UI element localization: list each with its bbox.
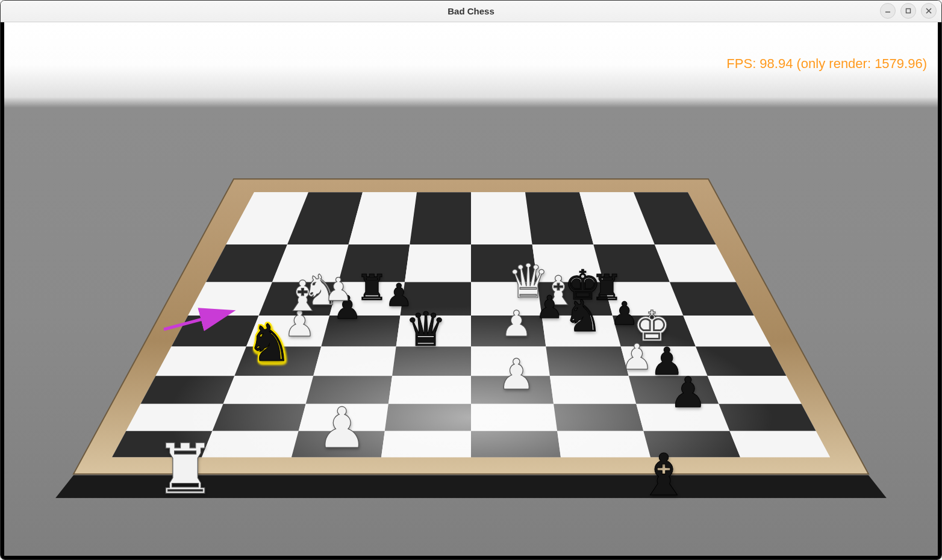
scene-3d[interactable]: ♜♟♞♟♝♞♟♟♜♟♛♟♟♛♝♟♞♚♜♟♚♟♟♟♝ — [4, 22, 938, 556]
svg-line-10 — [164, 313, 227, 329]
piece-black-pawn[interactable]: ♟ — [535, 292, 564, 323]
fps-counter: FPS: 98.94 (only render: 1579.96) — [726, 56, 927, 72]
piece-black-rook[interactable]: ♜ — [356, 270, 388, 305]
maximize-button[interactable] — [900, 3, 916, 19]
piece-white-pawn[interactable]: ♟ — [621, 339, 653, 375]
svg-rect-1 — [906, 9, 911, 13]
close-button[interactable] — [921, 3, 937, 19]
piece-black-bishop[interactable]: ♝ — [638, 446, 690, 504]
window-controls — [880, 3, 937, 19]
piece-white-pawn[interactable]: ♟ — [501, 306, 532, 341]
piece-white-pawn[interactable]: ♟ — [317, 400, 367, 456]
titlebar[interactable]: Bad Chess — [1, 1, 941, 22]
piece-black-queen[interactable]: ♛ — [405, 306, 447, 353]
app-window: Bad Chess — [0, 0, 942, 560]
maximize-icon — [905, 7, 912, 14]
close-icon — [925, 7, 932, 14]
piece-black-pawn[interactable]: ♟ — [669, 372, 707, 414]
selection-arrow — [161, 305, 239, 344]
minimize-button[interactable] — [880, 3, 896, 19]
minimize-icon — [884, 7, 891, 14]
piece-white-pawn[interactable]: ♟ — [498, 353, 535, 396]
piece-white-rook[interactable]: ♜ — [154, 435, 216, 504]
piece-white-pawn[interactable]: ♟ — [324, 273, 353, 305]
game-viewport[interactable]: ♜♟♞♟♝♞♟♟♜♟♛♟♟♛♝♟♞♚♜♟♚♟♟♟♝ FPS: 98.94 (on… — [1, 22, 941, 559]
window-title: Bad Chess — [448, 6, 494, 16]
